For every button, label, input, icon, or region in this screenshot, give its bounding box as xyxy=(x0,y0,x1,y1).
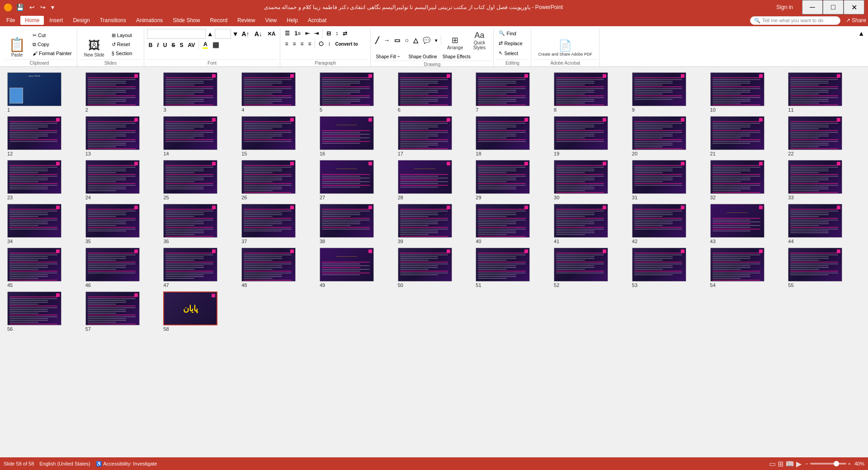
copy-button[interactable]: ⧉ Copy xyxy=(30,40,74,49)
menu-review[interactable]: Review xyxy=(233,16,259,25)
text-direction-button[interactable]: ⇄ xyxy=(341,29,349,38)
slide-item-47[interactable]: 47 xyxy=(163,248,236,288)
qs-more-button[interactable]: ▾ xyxy=(49,3,56,12)
share-button[interactable]: ↗ Share xyxy=(846,17,866,24)
slide-item-40[interactable]: 40 xyxy=(476,204,548,244)
triangle-tool[interactable]: △ xyxy=(411,36,420,45)
smart-art-button[interactable]: ⬡ xyxy=(317,40,325,48)
oval-tool[interactable]: ○ xyxy=(403,36,410,45)
reading-view-button[interactable]: 📖 xyxy=(785,460,794,468)
shape-fill-button[interactable]: Shape Fill ~ xyxy=(373,53,405,61)
shape-outline-button[interactable]: Shape Outline xyxy=(406,53,439,61)
create-share-pdf-button[interactable]: 📄 Create and Share Adobe PDF xyxy=(534,29,596,58)
slide-item-1[interactable]: نام شاذله مرسان1 xyxy=(7,72,80,113)
menu-home[interactable]: Home xyxy=(20,16,44,25)
shape-effects-button[interactable]: Shape Effects xyxy=(440,53,473,61)
slide-item-8[interactable]: 8 xyxy=(554,72,627,113)
slide-item-16[interactable]: ─────────────16 xyxy=(320,116,392,156)
slide-item-13[interactable]: 13 xyxy=(85,116,158,156)
more-shapes-button[interactable]: ▾ xyxy=(433,37,439,44)
font-size-arrow-up[interactable]: ▲ xyxy=(207,30,213,38)
slides-panel[interactable]: نام شاذله مرسان123456789101112131415────… xyxy=(0,67,868,457)
slide-item-17[interactable]: 17 xyxy=(398,116,471,156)
strikethrough-button[interactable]: S xyxy=(170,41,177,49)
decrease-indent-button[interactable]: ⇤ xyxy=(303,29,311,38)
replace-button[interactable]: ⇄ Replace xyxy=(496,39,528,47)
zoom-slider[interactable] xyxy=(810,463,846,465)
slide-item-7[interactable]: 7 xyxy=(476,72,548,113)
cut-button[interactable]: ✂ Cut xyxy=(30,31,74,40)
slide-item-23[interactable]: 23 xyxy=(7,160,80,200)
slide-item-49[interactable]: ─────────────49 xyxy=(320,248,392,288)
increase-font-size-button[interactable]: A↑ xyxy=(240,29,251,38)
menu-view[interactable]: View xyxy=(260,16,281,25)
slide-item-57[interactable]: 57 xyxy=(85,291,158,332)
slide-item-29[interactable]: 29 xyxy=(476,160,548,200)
signin-button[interactable]: Sign in xyxy=(771,2,798,12)
menu-acrobat[interactable]: Acrobat xyxy=(303,16,331,25)
slide-item-27[interactable]: ─────────────27 xyxy=(320,160,392,200)
slide-item-42[interactable]: 42 xyxy=(632,204,705,244)
slide-item-34[interactable]: 34 xyxy=(7,204,80,244)
zoom-in-button[interactable]: + xyxy=(848,461,851,466)
menu-animations[interactable]: Animations xyxy=(132,16,167,25)
clear-formatting-button[interactable]: ✕A xyxy=(265,30,278,38)
align-left-button[interactable]: ≡ xyxy=(283,40,290,48)
line-tool[interactable]: ╱ xyxy=(373,36,381,45)
slide-item-35[interactable]: 35 xyxy=(85,204,158,244)
slide-sorter-button[interactable]: ⊞ xyxy=(778,460,783,468)
slide-item-11[interactable]: 11 xyxy=(788,72,861,113)
slide-item-31[interactable]: 31 xyxy=(632,160,705,200)
slide-item-56[interactable]: 56 xyxy=(7,291,80,332)
slide-item-3[interactable]: 3 xyxy=(163,72,236,113)
save-button[interactable]: 💾 xyxy=(14,3,26,12)
rect-tool[interactable]: ▭ xyxy=(392,36,402,45)
text-highlight-button[interactable]: ⬛ xyxy=(211,41,221,49)
slide-item-50[interactable]: 50 xyxy=(398,248,471,288)
menu-transitions[interactable]: Transitions xyxy=(95,16,131,25)
slide-item-10[interactable]: 10 xyxy=(710,72,783,113)
slide-item-44[interactable]: 44 xyxy=(788,204,861,244)
quick-styles-button[interactable]: Aa QuickStyles xyxy=(468,29,491,52)
close-button[interactable]: ✕ xyxy=(844,0,864,14)
char-spacing-button[interactable]: AV xyxy=(186,41,197,49)
slide-item-4[interactable]: 4 xyxy=(241,72,314,113)
slide-item-12[interactable]: 12 xyxy=(7,116,80,156)
normal-view-button[interactable]: ▭ xyxy=(769,460,776,468)
slide-item-26[interactable]: 26 xyxy=(241,160,314,200)
slide-item-33[interactable]: 33 xyxy=(788,160,861,200)
zoom-level[interactable]: 40% xyxy=(854,461,864,466)
arrow-tool[interactable]: → xyxy=(382,36,392,45)
slide-item-48[interactable]: 48 xyxy=(241,248,314,288)
slide-item-58[interactable]: پایان58 xyxy=(163,291,236,332)
paste-button[interactable]: 📋 Paste xyxy=(5,30,29,59)
format-painter-button[interactable]: 🖌 Format Painter xyxy=(30,49,74,57)
font-size-input[interactable]: 38 xyxy=(215,29,231,39)
numbering-button[interactable]: 1≡ xyxy=(292,29,302,38)
section-button[interactable]: § Section xyxy=(109,49,141,57)
slide-item-5[interactable]: 5 xyxy=(320,72,392,113)
redo-button[interactable]: ↪ xyxy=(38,3,47,12)
zoom-out-button[interactable]: − xyxy=(805,461,808,466)
menu-design[interactable]: Design xyxy=(68,16,94,25)
slide-item-24[interactable]: 24 xyxy=(85,160,158,200)
columns-button[interactable]: ⊟ xyxy=(325,29,333,38)
minimize-button[interactable]: ─ xyxy=(802,0,823,14)
text-direction2-button[interactable]: ↕ xyxy=(326,40,332,48)
callout-tool[interactable]: 💬 xyxy=(421,36,432,45)
slide-item-32[interactable]: 32 xyxy=(710,160,783,200)
menu-record[interactable]: Record xyxy=(205,16,232,25)
menu-file[interactable]: File xyxy=(2,16,19,25)
select-button[interactable]: ↖ Select xyxy=(496,49,528,57)
slide-item-14[interactable]: 14 xyxy=(163,116,236,156)
menu-insert[interactable]: Insert xyxy=(45,16,67,25)
tell-me-input[interactable]: 🔍 Tell me what you want to do xyxy=(750,16,840,25)
slide-item-51[interactable]: 51 xyxy=(476,248,548,288)
slide-item-6[interactable]: 6 xyxy=(398,72,471,113)
bullets-button[interactable]: ☰ xyxy=(283,29,292,38)
restore-button[interactable]: □ xyxy=(823,0,844,14)
slide-item-45[interactable]: 45 xyxy=(7,248,80,288)
align-right-button[interactable]: ≡ xyxy=(298,40,305,48)
italic-button[interactable]: I xyxy=(155,41,160,49)
font-name-input[interactable] xyxy=(147,29,206,39)
